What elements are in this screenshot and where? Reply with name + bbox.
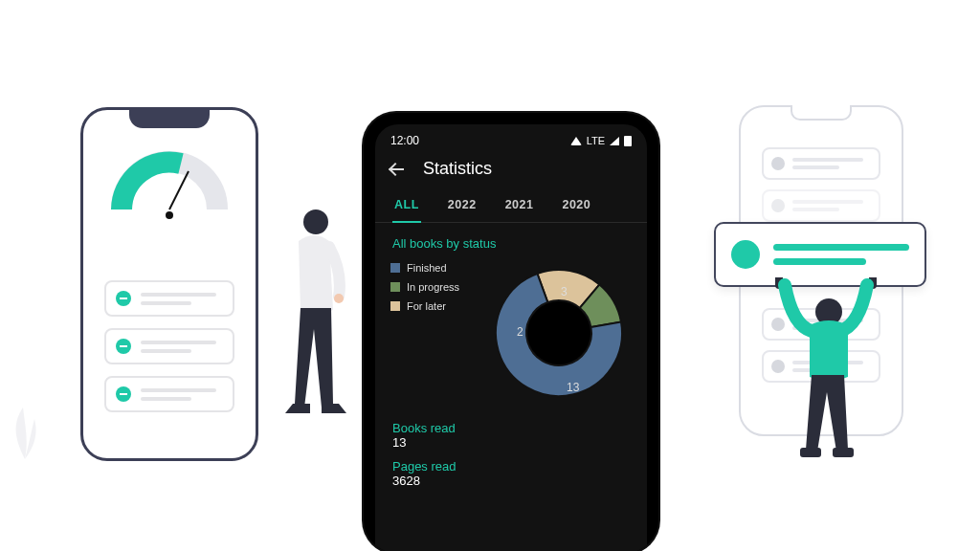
- stat-value-books-read: 13: [375, 435, 647, 453]
- svg-rect-5: [800, 448, 821, 457]
- avatar-placeholder-icon: [731, 240, 760, 269]
- person-holding-icon: [773, 277, 879, 459]
- svg-point-2: [334, 294, 344, 303]
- stat-value-pages-read: 3628: [375, 474, 647, 492]
- legend-item-finished: Finished: [390, 262, 473, 274]
- status-bar: 12:00 LTE: [375, 124, 647, 151]
- legend-item-for-later: For later: [390, 300, 473, 312]
- decorative-list-item: [104, 376, 234, 412]
- person-walking-icon: [272, 205, 358, 453]
- gauge-icon: [110, 148, 229, 217]
- donut-chart: 3 2 13: [482, 256, 635, 409]
- donut-slice-value: 3: [561, 285, 568, 298]
- tab-2022[interactable]: 2022: [446, 192, 479, 222]
- svg-rect-6: [833, 448, 854, 457]
- section-title: All books by status: [375, 223, 647, 256]
- legend-label: Finished: [407, 262, 447, 274]
- back-arrow-icon[interactable]: [389, 161, 406, 178]
- decorative-phone-left: [80, 107, 258, 461]
- svg-point-1: [303, 209, 328, 234]
- stat-label-pages-read: Pages read: [375, 453, 647, 474]
- page-title: Statistics: [423, 159, 492, 179]
- battery-icon: [624, 136, 632, 146]
- phone-frame: 12:00 LTE Statistics ALL 2022 2021 2020 …: [364, 113, 658, 551]
- decorative-list-item: [104, 280, 234, 317]
- gauge-pivot-icon: [166, 211, 173, 219]
- decorative-list-item: [762, 189, 880, 222]
- chart-area: Finished In progress For later 3 2 13: [375, 256, 647, 415]
- legend-label: In progress: [407, 281, 459, 293]
- legend-swatch-icon: [390, 301, 400, 311]
- tab-2021[interactable]: 2021: [503, 192, 536, 222]
- wifi-icon: [570, 137, 582, 145]
- minus-circle-icon: [116, 291, 131, 306]
- app-bar: Statistics: [375, 151, 647, 188]
- app-screen: 12:00 LTE Statistics ALL 2022 2021 2020 …: [375, 124, 647, 551]
- stat-label-books-read: Books read: [375, 415, 647, 435]
- svg-point-3: [527, 301, 590, 364]
- tab-all[interactable]: ALL: [392, 192, 421, 223]
- decorative-list-item: [104, 328, 234, 364]
- legend-label: For later: [407, 300, 446, 312]
- legend-item-in-progress: In progress: [390, 281, 473, 293]
- status-time: 12:00: [390, 134, 419, 147]
- svg-line-0: [169, 171, 189, 209]
- tab-bar: ALL 2022 2021 2020: [375, 188, 647, 223]
- donut-slice-value: 2: [517, 325, 523, 339]
- status-network-label: LTE: [587, 135, 605, 146]
- decorative-list-item: [762, 147, 880, 180]
- minus-circle-icon: [116, 339, 131, 354]
- plant-icon: [6, 402, 44, 459]
- donut-slice-value: 13: [567, 381, 579, 394]
- chart-legend: Finished In progress For later: [390, 256, 473, 409]
- phone-notch: [129, 107, 210, 128]
- minus-circle-icon: [116, 386, 131, 402]
- tab-2020[interactable]: 2020: [560, 192, 592, 222]
- legend-swatch-icon: [390, 282, 400, 292]
- signal-icon: [610, 137, 619, 145]
- legend-swatch-icon: [390, 263, 400, 273]
- phone-notch: [791, 105, 852, 121]
